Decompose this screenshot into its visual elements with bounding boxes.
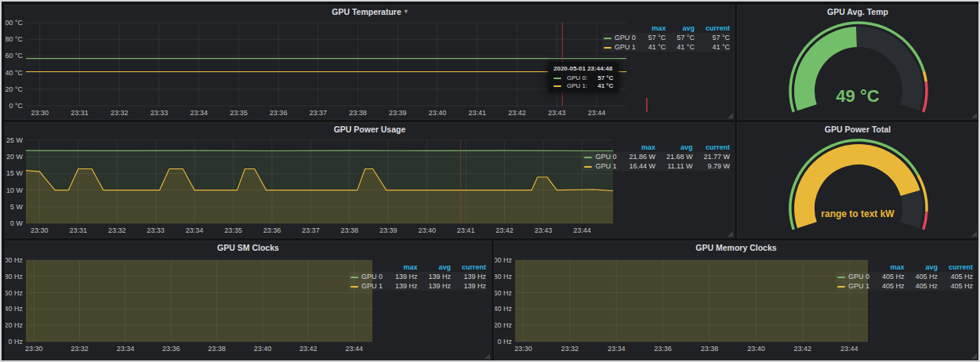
x-axis-tick: 23:30 xyxy=(31,226,49,234)
series-color-swatch xyxy=(837,286,845,288)
legend-value: 41 °C xyxy=(666,42,695,52)
panel-gpu-power-total: GPU Power Total range to text kW xyxy=(737,122,978,238)
x-axis-tick: 23:44 xyxy=(840,345,858,353)
x-axis-tick: 23:44 xyxy=(588,109,606,117)
panel-title-gpu-avg-temp[interactable]: GPU Avg. Temp xyxy=(738,5,978,18)
legend-column-header[interactable]: max xyxy=(637,24,666,33)
x-axis-tick: 23:34 xyxy=(186,226,204,234)
x-axis-tick: 23:35 xyxy=(230,109,248,117)
gauge-value-arc xyxy=(804,154,910,225)
legend-value: 405 Hz xyxy=(871,281,905,291)
panel-gpu-avg-temp: GPU Avg. Temp 49 °C xyxy=(737,5,978,120)
y-axis-tick: 20 Hz xyxy=(495,321,512,329)
panel-title-gpu-temperature[interactable]: GPU Temperature ▾ xyxy=(5,5,734,18)
series-color-swatch xyxy=(584,157,592,158)
tooltip-series-name: GPU 0: xyxy=(567,74,587,81)
panel-title-gpu-memory-clocks[interactable]: GPU Memory Clocks xyxy=(495,241,978,254)
resize-handle[interactable] xyxy=(971,113,977,118)
legend-column-header[interactable]: current xyxy=(451,263,486,272)
legend-series-toggle[interactable]: GPU 1 xyxy=(602,42,637,52)
series-color-swatch xyxy=(837,277,845,278)
legend-column-header[interactable]: current xyxy=(695,24,730,33)
legend-column-header[interactable]: avg xyxy=(904,263,938,272)
y-axis-tick: 80 Hz xyxy=(5,273,23,281)
legend-column-header[interactable]: avg xyxy=(417,263,451,272)
graph-tooltip: 2020-05-01 23:44:48 GPU 0:57 °CGPU 1:41 … xyxy=(548,62,619,92)
legend-column-header[interactable]: current xyxy=(938,263,973,272)
panel-title-gpu-power-usage[interactable]: GPU Power Usage xyxy=(5,123,734,136)
panel-gpu-sm-clocks: GPU SM Clocks 100 Hz80 Hz60 Hz40 Hz20 Hz… xyxy=(5,241,492,360)
legend-series-toggle[interactable]: GPU 0 xyxy=(836,272,871,281)
x-axis-tick: 23:44 xyxy=(573,226,591,234)
panel-title-text: GPU Avg. Temp xyxy=(827,7,888,16)
panel-title-gpu-power-total[interactable]: GPU Power Total xyxy=(738,123,978,136)
y-axis-tick: 80 °C xyxy=(5,35,23,43)
legend-value: 41 °C xyxy=(695,42,730,52)
gauge-threshold-ring xyxy=(924,212,927,230)
x-axis-tick: 23:31 xyxy=(71,109,89,117)
panel-title-text: GPU Temperature xyxy=(332,7,401,16)
legend-column-header[interactable]: max xyxy=(384,263,418,272)
legend-value: 139 Hz xyxy=(451,272,486,281)
y-axis-tick: 40 °C xyxy=(5,69,23,77)
legend-value: 9.79 W xyxy=(692,161,730,171)
y-axis-tick: 15 W xyxy=(6,169,24,177)
gpu-avg-temp-gauge xyxy=(738,18,979,121)
x-axis-tick: 23:42 xyxy=(299,345,318,353)
series-color-swatch xyxy=(554,85,561,87)
legend-value: 139 Hz xyxy=(451,281,486,291)
resize-handle[interactable] xyxy=(728,113,733,118)
panel-title-gpu-sm-clocks[interactable]: GPU SM Clocks xyxy=(5,241,491,254)
legend: maxavgcurrentGPU 0405 Hz405 Hz405 HzGPU … xyxy=(836,263,973,291)
x-axis-tick: 23:39 xyxy=(389,109,407,117)
x-axis-tick: 23:34 xyxy=(608,345,626,353)
x-axis-tick: 23:37 xyxy=(302,226,320,234)
x-axis-tick: 23:42 xyxy=(508,109,526,117)
legend-column-header[interactable]: avg xyxy=(655,143,693,152)
legend-series-toggle[interactable]: GPU 0 xyxy=(349,272,384,281)
series-color-swatch xyxy=(584,166,592,168)
resize-handle[interactable] xyxy=(971,231,977,237)
gauge-threshold-ring xyxy=(924,71,926,81)
legend-column-header[interactable]: avg xyxy=(666,24,695,33)
x-axis-tick: 23:32 xyxy=(71,345,89,353)
tooltip-timestamp: 2020-05-01 23:44:48 xyxy=(554,65,613,72)
legend-value: 21.86 W xyxy=(618,152,655,161)
legend-value: 16.44 W xyxy=(618,161,655,171)
x-axis-tick: 23:40 xyxy=(418,226,436,234)
series-color-swatch xyxy=(350,277,358,278)
resize-handle[interactable] xyxy=(728,231,733,237)
x-axis-tick: 23:37 xyxy=(310,109,328,117)
x-axis-tick: 23:32 xyxy=(108,226,126,234)
x-axis-tick: 23:34 xyxy=(190,109,208,117)
resize-handle[interactable] xyxy=(485,353,490,359)
x-axis-tick: 23:38 xyxy=(349,109,367,117)
legend-value: 405 Hz xyxy=(871,272,905,281)
panel-gpu-power-usage: GPU Power Usage 25 W20 W15 W10 W5 W0 W23… xyxy=(5,122,735,238)
x-axis-tick: 23:34 xyxy=(117,345,135,353)
y-axis-tick: 60 Hz xyxy=(495,289,512,297)
legend-series-toggle[interactable]: GPU 1 xyxy=(836,281,871,291)
legend-series-toggle[interactable]: GPU 1 xyxy=(349,281,384,291)
x-axis-tick: 23:40 xyxy=(254,345,272,353)
x-axis-tick: 23:30 xyxy=(25,345,43,353)
legend-series-toggle[interactable]: GPU 0 xyxy=(583,152,618,161)
legend: maxavgcurrentGPU 0139 Hz139 Hz139 HzGPU … xyxy=(349,263,486,291)
legend-series-toggle[interactable]: GPU 1 xyxy=(583,161,618,171)
series-color-swatch xyxy=(350,286,358,288)
legend-value: 57 °C xyxy=(666,33,695,42)
tooltip-series-value: 57 °C xyxy=(590,74,613,81)
x-axis-tick: 23:32 xyxy=(561,345,579,353)
panel-title-text: GPU SM Clocks xyxy=(217,243,279,252)
legend-column-header[interactable]: max xyxy=(618,143,655,152)
panel-gpu-memory-clocks: GPU Memory Clocks 100 Hz80 Hz60 Hz40 Hz2… xyxy=(494,241,978,360)
legend-column-header[interactable]: max xyxy=(871,263,905,272)
tooltip-series-name: GPU 1: xyxy=(567,82,587,89)
legend-value: 405 Hz xyxy=(904,272,938,281)
tooltip-series-row: GPU 1:41 °C xyxy=(554,82,613,89)
x-axis-tick: 23:36 xyxy=(270,109,288,117)
legend-column-header[interactable]: current xyxy=(692,143,730,152)
series-color-swatch xyxy=(604,47,612,49)
resize-handle[interactable] xyxy=(971,353,977,359)
legend-series-toggle[interactable]: GPU 0 xyxy=(602,33,637,42)
